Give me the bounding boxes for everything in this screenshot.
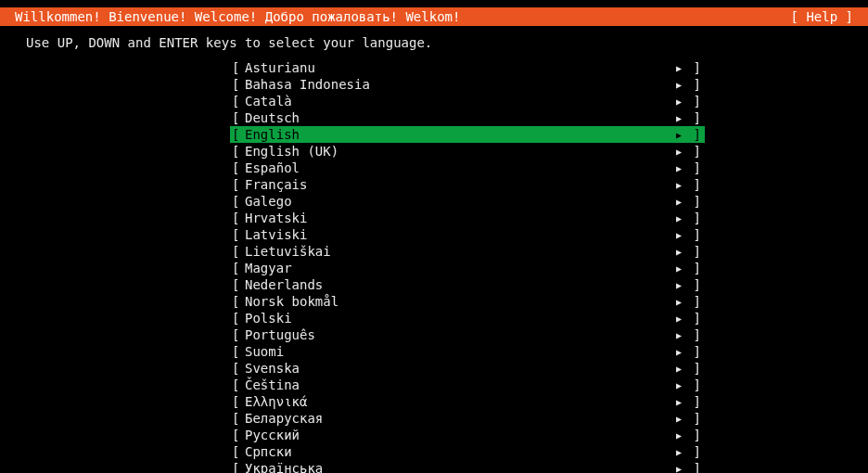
language-option[interactable]: [Français▶ ] [230, 176, 705, 193]
bracket-open: [ [230, 427, 245, 443]
language-option[interactable]: [Svenska▶ ] [230, 360, 705, 377]
bracket-open: [ [230, 393, 245, 410]
language-label: Català [245, 93, 675, 109]
submenu-arrow-icon: ▶ ] [675, 143, 705, 160]
bracket-open: [ [230, 410, 245, 427]
language-label: Беларуская [245, 410, 675, 427]
language-option[interactable]: [Norsk bokmål▶ ] [230, 293, 705, 310]
language-option[interactable]: [Беларуская▶ ] [230, 410, 705, 427]
submenu-arrow-icon: ▶ ] [675, 443, 705, 460]
language-option[interactable]: [Català▶ ] [230, 93, 705, 109]
language-label: Galego [245, 193, 675, 210]
bracket-open: [ [230, 377, 245, 393]
language-label: Suomi [245, 343, 675, 360]
submenu-arrow-icon: ▶ ] [675, 310, 705, 326]
language-label: Nederlands [245, 276, 675, 293]
language-label: Bahasa Indonesia [245, 76, 675, 93]
language-option[interactable]: [Bahasa Indonesia▶ ] [230, 76, 705, 93]
submenu-arrow-icon: ▶ ] [675, 176, 705, 193]
language-option[interactable]: [Čeština▶ ] [230, 377, 705, 393]
submenu-arrow-icon: ▶ ] [675, 210, 705, 226]
submenu-arrow-icon: ▶ ] [675, 243, 705, 260]
language-label: Deutsch [245, 109, 675, 126]
language-option[interactable]: [Suomi▶ ] [230, 343, 705, 360]
bracket-open: [ [230, 310, 245, 326]
language-label: Čeština [245, 377, 675, 393]
submenu-arrow-icon: ▶ ] [675, 293, 705, 310]
submenu-arrow-icon: ▶ ] [675, 59, 705, 76]
language-option[interactable]: [English▶ ] [230, 126, 705, 143]
submenu-arrow-icon: ▶ ] [675, 109, 705, 126]
language-option[interactable]: [Nederlands▶ ] [230, 276, 705, 293]
bracket-open: [ [230, 293, 245, 310]
bracket-open: [ [230, 176, 245, 193]
language-option[interactable]: [Polski▶ ] [230, 310, 705, 326]
language-label: Svenska [245, 360, 675, 377]
language-option[interactable]: [Русский▶ ] [230, 427, 705, 443]
bracket-open: [ [230, 226, 245, 243]
language-label: Lietuviškai [245, 243, 675, 260]
submenu-arrow-icon: ▶ ] [675, 393, 705, 410]
submenu-arrow-icon: ▶ ] [675, 326, 705, 343]
bracket-open: [ [230, 260, 245, 276]
language-option[interactable]: [Galego▶ ] [230, 193, 705, 210]
submenu-arrow-icon: ▶ ] [675, 410, 705, 427]
bracket-open: [ [230, 460, 245, 473]
language-label: Ελληνικά [245, 393, 675, 410]
submenu-arrow-icon: ▶ ] [675, 76, 705, 93]
language-option[interactable]: [Српски▶ ] [230, 443, 705, 460]
language-label: Русский [245, 427, 675, 443]
language-label: English (UK) [245, 143, 675, 160]
help-button[interactable]: [ Help ] [791, 7, 853, 26]
bracket-open: [ [230, 76, 245, 93]
language-option[interactable]: [Magyar▶ ] [230, 260, 705, 276]
language-list: [Asturianu▶ ][Bahasa Indonesia▶ ][Català… [0, 59, 868, 473]
bracket-open: [ [230, 243, 245, 260]
language-label: Français [245, 176, 675, 193]
language-option[interactable]: [Latviski▶ ] [230, 226, 705, 243]
bracket-open: [ [230, 443, 245, 460]
language-label: Português [245, 326, 675, 343]
language-label: Latviski [245, 226, 675, 243]
bracket-open: [ [230, 193, 245, 210]
bracket-open: [ [230, 326, 245, 343]
bracket-open: [ [230, 360, 245, 377]
language-label: English [245, 126, 675, 143]
bracket-open: [ [230, 126, 245, 143]
submenu-arrow-icon: ▶ ] [675, 377, 705, 393]
header-bar: Willkommen! Bienvenue! Welcome! Добро по… [0, 7, 868, 26]
submenu-arrow-icon: ▶ ] [675, 460, 705, 473]
bracket-open: [ [230, 143, 245, 160]
submenu-arrow-icon: ▶ ] [675, 126, 705, 143]
bracket-open: [ [230, 59, 245, 76]
language-option[interactable]: [English (UK)▶ ] [230, 143, 705, 160]
submenu-arrow-icon: ▶ ] [675, 193, 705, 210]
submenu-arrow-icon: ▶ ] [675, 343, 705, 360]
submenu-arrow-icon: ▶ ] [675, 360, 705, 377]
bracket-open: [ [230, 93, 245, 109]
language-label: Asturianu [245, 59, 675, 76]
language-option[interactable]: [Українська▶ ] [230, 460, 705, 473]
submenu-arrow-icon: ▶ ] [675, 276, 705, 293]
submenu-arrow-icon: ▶ ] [675, 93, 705, 109]
language-option[interactable]: [Português▶ ] [230, 326, 705, 343]
language-option[interactable]: [Ελληνικά▶ ] [230, 393, 705, 410]
bracket-open: [ [230, 343, 245, 360]
language-option[interactable]: [Español▶ ] [230, 160, 705, 176]
submenu-arrow-icon: ▶ ] [675, 160, 705, 176]
language-label: Magyar [245, 260, 675, 276]
language-label: Српски [245, 443, 675, 460]
bracket-open: [ [230, 109, 245, 126]
language-label: Hrvatski [245, 210, 675, 226]
submenu-arrow-icon: ▶ ] [675, 260, 705, 276]
submenu-arrow-icon: ▶ ] [675, 427, 705, 443]
language-option[interactable]: [Lietuviškai▶ ] [230, 243, 705, 260]
language-option[interactable]: [Hrvatski▶ ] [230, 210, 705, 226]
language-option[interactable]: [Deutsch▶ ] [230, 109, 705, 126]
bracket-open: [ [230, 276, 245, 293]
submenu-arrow-icon: ▶ ] [675, 226, 705, 243]
bracket-open: [ [230, 210, 245, 226]
header-title: Willkommen! Bienvenue! Welcome! Добро по… [15, 7, 460, 26]
bracket-open: [ [230, 160, 245, 176]
language-option[interactable]: [Asturianu▶ ] [230, 59, 705, 76]
